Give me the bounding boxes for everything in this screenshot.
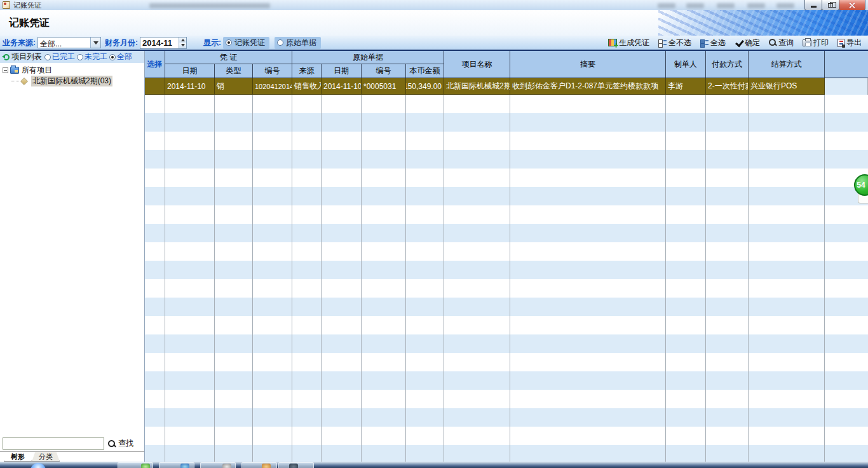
redacted-menu-item	[776, 3, 794, 8]
print-button[interactable]: 打印	[799, 36, 832, 50]
button-label: 打印	[813, 38, 829, 48]
cell-select[interactable]	[145, 78, 165, 95]
taskbar-item[interactable]	[241, 462, 277, 468]
taskbar-app-icon	[180, 464, 189, 468]
query-button[interactable]: 查询	[765, 36, 797, 50]
grid-column-line	[145, 95, 165, 462]
sidebar-search-row: 查找	[0, 436, 144, 451]
column-header-voucher-no[interactable]: 编号	[253, 64, 292, 78]
button-label: 全不选	[668, 38, 691, 48]
search-icon	[108, 440, 116, 448]
refresh-icon[interactable]	[3, 54, 10, 60]
tree-node-label: 北新国际机械城2期(03)	[31, 76, 112, 86]
column-header-settlement[interactable]: 结算方式	[749, 51, 825, 78]
column-header-summary[interactable]: 摘要	[510, 51, 666, 78]
find-button[interactable]: 查找	[108, 438, 133, 449]
spin-down-button[interactable]	[179, 43, 186, 48]
start-button[interactable]	[31, 463, 46, 468]
export-icon	[837, 39, 844, 47]
table-header: 选择 凭 证 原始单据 日期 类型 编号 来源 日期 编号 本币金额 项目名称 …	[145, 51, 868, 78]
tree-node-project[interactable]: 北新国际机械城2期(03)	[11, 76, 144, 86]
column-header-preparer[interactable]: 制单人	[666, 51, 706, 78]
table-empty-rows[interactable]	[145, 95, 868, 462]
tree-node-all-projects[interactable]: 所有项目	[3, 65, 144, 76]
confirm-button[interactable]: 确定	[731, 36, 764, 50]
column-header-voucher-date[interactable]: 日期	[165, 64, 215, 78]
business-source-value: 全部...	[38, 38, 90, 48]
redacted-menu-item	[686, 3, 704, 8]
filter-finished[interactable]: 已完工	[44, 52, 75, 62]
taskbar[interactable]	[0, 462, 868, 468]
redacted-menu-item	[658, 3, 675, 8]
select-all-icon	[700, 39, 709, 46]
cell-voucher-date[interactable]: 2014-11-10	[165, 78, 215, 95]
business-source-label: 业务来源:	[3, 38, 36, 48]
window-controls	[805, 0, 865, 11]
tree-node-label: 所有项目	[22, 65, 52, 76]
restore-button[interactable]	[822, 0, 839, 11]
deselect-all-icon	[658, 39, 667, 46]
cell-voucher-no[interactable]: 10204120140	[253, 78, 292, 95]
search-input[interactable]	[3, 437, 104, 450]
business-source-select[interactable]: 全部...	[37, 37, 101, 48]
cell-project[interactable]: 北新国际机械城2期(03)	[444, 78, 510, 95]
fiscal-month-label: 财务月份:	[105, 38, 138, 48]
sidebar-tabs: 树形 分类	[0, 451, 144, 462]
title-bar: 记账凭证	[0, 0, 868, 10]
floating-badge[interactable]: 54	[851, 173, 868, 206]
tab-tree[interactable]: 树形	[4, 452, 32, 462]
minimize-button[interactable]	[804, 0, 822, 11]
dropdown-button[interactable]	[90, 38, 100, 48]
cell-summary[interactable]: 收到彭佑金客户D1-2-087单元签约楼款款项	[510, 78, 666, 95]
column-header-source[interactable]: 来源	[292, 64, 322, 78]
column-header-doc-date[interactable]: 日期	[322, 64, 362, 78]
collapse-icon[interactable]	[3, 67, 8, 73]
cell-doc-date[interactable]: 2014-11-10	[322, 78, 362, 95]
window-title: 记账凭证	[13, 1, 41, 10]
redacted-menu-item	[717, 3, 735, 8]
radio-icon	[44, 54, 51, 60]
column-header-voucher-type[interactable]: 类型	[215, 64, 253, 78]
app-icon	[3, 1, 10, 9]
radio-icon	[277, 39, 283, 46]
spin-up-button[interactable]	[179, 38, 186, 43]
column-header-payment[interactable]: 付款方式	[706, 51, 749, 78]
filter-label: 全部	[117, 52, 132, 62]
column-header-amount[interactable]: 本币金额	[406, 64, 444, 78]
restore-icon	[828, 3, 833, 8]
select-all-button[interactable]: 全选	[696, 36, 729, 50]
find-label: 查找	[118, 438, 133, 449]
close-button[interactable]	[839, 0, 865, 11]
fiscal-month-spinner[interactable]: 2014-11	[140, 37, 187, 49]
project-tree: 所有项目 北新国际机械城2期(03)	[0, 63, 144, 86]
column-header-select[interactable]: 选择	[145, 51, 165, 78]
project-list-header: 项目列表 已完工 未完工 全部	[0, 51, 144, 63]
deselect-all-button[interactable]: 全不选	[654, 36, 695, 50]
tree-connector	[11, 81, 19, 81]
cell-settlement[interactable]: 兴业银行POS	[749, 78, 825, 95]
display-option-voucher[interactable]: 记账凭证	[223, 37, 269, 49]
cell-voucher-type[interactable]: 销	[215, 78, 253, 95]
cell-payment[interactable]: 2-一次性付款	[706, 78, 749, 95]
display-option-label: 记账凭证	[234, 38, 265, 48]
cell-preparer[interactable]: 李游	[666, 78, 706, 95]
tab-category[interactable]: 分类	[32, 452, 60, 462]
display-option-original[interactable]: 原始单据	[275, 37, 321, 49]
table-row[interactable]: 2014-11-10 销 10204120140 销售收入 2014-11-10…	[145, 78, 868, 95]
column-header-doc-no[interactable]: 编号	[362, 64, 406, 78]
export-button[interactable]: 导出	[834, 36, 865, 50]
generate-voucher-button[interactable]: 生成凭证	[604, 36, 653, 50]
filter-unfinished[interactable]: 未完工	[77, 52, 107, 62]
radio-icon	[226, 39, 232, 46]
button-label: 生成凭证	[619, 38, 649, 48]
cell-doc-no[interactable]: *0005031	[362, 78, 406, 95]
notification-badge[interactable]: 54	[854, 174, 868, 196]
filter-all[interactable]: 全部	[109, 52, 132, 62]
grid-column-line	[825, 95, 868, 462]
taskbar-app-icon	[262, 464, 271, 468]
column-header-project[interactable]: 项目名称	[444, 51, 510, 78]
cell-amount[interactable]: 150,349.00	[406, 78, 444, 95]
button-label: 查询	[778, 38, 794, 48]
redacted-title-text	[149, 3, 270, 8]
cell-source[interactable]: 销售收入	[292, 78, 322, 95]
